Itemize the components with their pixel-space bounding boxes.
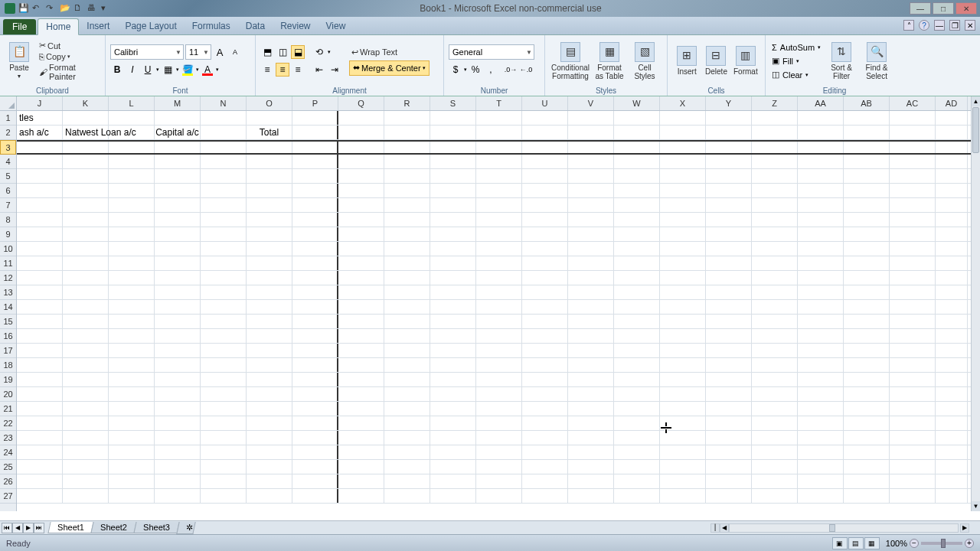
close-button[interactable]: ✕ (956, 2, 977, 15)
hscroll-right-button[interactable]: ▶ (960, 523, 969, 533)
cell[interactable] (384, 285, 430, 299)
cell[interactable] (17, 373, 63, 386)
cell[interactable] (706, 445, 752, 459)
cell[interactable] (384, 445, 430, 459)
column-header[interactable]: AC (890, 96, 936, 110)
cell[interactable] (660, 358, 706, 372)
cell[interactable] (798, 271, 844, 285)
cell[interactable] (384, 329, 430, 343)
format-as-table-button[interactable]: ▦Format as Table (591, 37, 628, 85)
cell[interactable] (430, 111, 476, 125)
cell[interactable] (890, 271, 936, 285)
cell[interactable] (430, 489, 476, 503)
column-header[interactable]: V (568, 96, 614, 110)
cell[interactable] (568, 358, 614, 372)
cell[interactable] (798, 300, 844, 314)
cell[interactable] (660, 300, 706, 314)
tab-formulas[interactable]: Formulas (185, 18, 238, 34)
cell[interactable] (844, 460, 890, 474)
align-right-button[interactable]: ≡ (291, 63, 305, 77)
column-header[interactable]: Y (706, 96, 752, 110)
cell[interactable] (247, 256, 292, 270)
cell[interactable] (568, 271, 614, 285)
cell[interactable] (201, 126, 247, 139)
cell[interactable] (338, 285, 384, 299)
cell[interactable] (522, 315, 568, 328)
cell[interactable] (247, 213, 292, 227)
row-header[interactable]: 6 (0, 184, 16, 198)
cell[interactable] (522, 416, 568, 430)
row-header[interactable]: 14 (0, 300, 16, 315)
cell[interactable] (522, 489, 568, 503)
cell[interactable] (752, 256, 798, 270)
row-headers[interactable]: 1234567891011121314151617181920212223242… (0, 111, 17, 511)
cell[interactable] (568, 198, 614, 212)
cell[interactable] (384, 111, 430, 125)
cell[interactable] (63, 142, 109, 153)
cell[interactable] (568, 126, 614, 139)
cell[interactable] (614, 242, 660, 256)
cell[interactable] (292, 271, 338, 285)
cell[interactable] (109, 300, 155, 314)
cell[interactable] (844, 213, 890, 227)
row-header[interactable]: 3 (0, 140, 16, 155)
cell[interactable] (798, 474, 844, 488)
cell[interactable] (844, 155, 890, 168)
cell[interactable] (63, 489, 109, 503)
cell[interactable] (430, 474, 476, 488)
shrink-font-button[interactable]: A (228, 45, 242, 59)
cell[interactable] (247, 474, 292, 488)
cell[interactable] (660, 402, 706, 416)
cell[interactable] (522, 344, 568, 357)
cell[interactable] (247, 329, 292, 343)
cell[interactable] (936, 489, 968, 503)
cell[interactable] (247, 416, 292, 430)
cell[interactable] (109, 213, 155, 227)
cell[interactable] (568, 445, 614, 459)
new-icon[interactable]: 🗋 (74, 3, 84, 14)
cell[interactable] (109, 445, 155, 459)
cell[interactable] (568, 242, 614, 256)
cell[interactable] (247, 460, 292, 474)
tab-home[interactable]: Home (38, 18, 79, 35)
cell[interactable] (706, 155, 752, 168)
italic-button[interactable]: I (126, 63, 139, 77)
cell[interactable] (247, 445, 292, 459)
cell[interactable] (247, 227, 292, 241)
cell[interactable] (247, 315, 292, 328)
cell[interactable] (936, 474, 968, 488)
cell[interactable] (201, 184, 247, 197)
align-top-button[interactable]: ⬒ (260, 45, 274, 59)
cell[interactable] (890, 126, 936, 139)
cell[interactable] (201, 213, 247, 227)
cell[interactable] (155, 344, 201, 357)
sheet-tab-sheet1[interactable]: Sheet1 (47, 522, 93, 533)
sheet-tab-sheet2[interactable]: Sheet2 (90, 522, 136, 533)
cell[interactable] (844, 431, 890, 445)
cell[interactable] (522, 198, 568, 212)
cell[interactable] (17, 198, 63, 212)
cell[interactable] (522, 256, 568, 270)
row-header[interactable]: 16 (0, 329, 16, 344)
cell[interactable] (63, 358, 109, 372)
cell[interactable] (568, 373, 614, 386)
row-header[interactable]: 23 (0, 431, 16, 445)
cell[interactable] (292, 198, 338, 212)
cell[interactable] (201, 271, 247, 285)
cell[interactable] (614, 111, 660, 125)
cell[interactable] (338, 300, 384, 314)
cell[interactable] (706, 373, 752, 386)
cell[interactable] (338, 416, 384, 430)
cell[interactable] (384, 402, 430, 416)
cell[interactable] (844, 402, 890, 416)
cell[interactable] (155, 142, 201, 153)
cell[interactable] (614, 416, 660, 430)
cell[interactable] (430, 460, 476, 474)
cell[interactable] (568, 474, 614, 488)
cell[interactable] (890, 184, 936, 197)
cell[interactable] (660, 344, 706, 357)
cell[interactable] (201, 142, 247, 153)
cell[interactable] (338, 373, 384, 386)
cell[interactable] (384, 489, 430, 503)
cell[interactable] (936, 416, 968, 430)
